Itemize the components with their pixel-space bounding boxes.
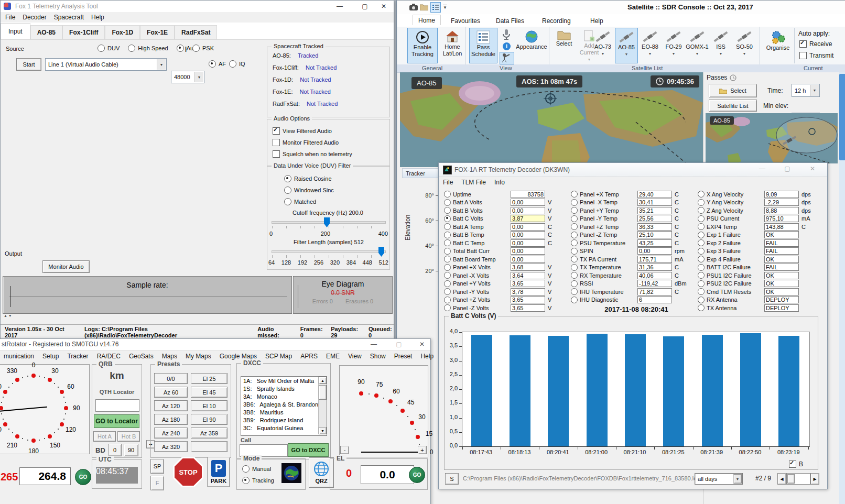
telemetry-radio[interactable] xyxy=(571,239,578,246)
duv-option-row[interactable]: Windowed Sinc xyxy=(284,184,389,196)
observer-icon[interactable] xyxy=(500,52,514,64)
preset-button[interactable]: Az 120 xyxy=(154,400,188,411)
scroll-glyphs[interactable]: ▲ ▼ xyxy=(4,314,12,317)
close-button[interactable]: ✕ xyxy=(804,163,821,174)
menu-item[interactable]: SCP Map xyxy=(261,351,296,361)
telemetry-radio[interactable] xyxy=(444,207,451,214)
menu-item[interactable]: Info xyxy=(492,178,507,187)
stop-button[interactable]: STOP xyxy=(173,457,203,487)
satellite-item[interactable]: EO-88 ▼ xyxy=(638,28,662,63)
satellite-item[interactable]: SO-50 ▼ xyxy=(733,28,756,63)
passes-time-select[interactable]: 12 h▼ xyxy=(792,84,820,97)
maximize-button[interactable]: ▢ xyxy=(356,1,374,12)
telemetry-radio[interactable] xyxy=(571,232,578,238)
el-minus-button[interactable]: - xyxy=(340,446,349,454)
duv-option-row[interactable]: Matched xyxy=(284,196,389,207)
s-button[interactable]: S xyxy=(445,473,459,485)
preset-button[interactable]: El 25 xyxy=(191,373,228,384)
menu-item[interactable]: Preset xyxy=(390,351,417,361)
preset-button[interactable]: Az 320 xyxy=(154,441,188,452)
dxcc-item[interactable]: 3B8: Mauritius xyxy=(243,409,327,417)
satellite-item[interactable]: AO-73 ▼ xyxy=(591,28,614,63)
telemetry-radio[interactable] xyxy=(698,264,705,271)
audio-option-checkbox[interactable] xyxy=(273,139,280,146)
dropdown-icon[interactable]: ▼ xyxy=(625,51,629,58)
telemetry-radio[interactable] xyxy=(444,232,451,238)
telemetry-radio[interactable] xyxy=(571,264,578,271)
sample-rate-select[interactable]: 48000▼ xyxy=(171,71,204,83)
satellite-item[interactable]: GOMX-1 ▼ xyxy=(686,28,709,63)
scrollbar-thumb[interactable] xyxy=(839,74,845,160)
monitor-audio-button[interactable]: Monitor Audio xyxy=(42,260,90,273)
telemetry-radio[interactable] xyxy=(698,272,705,279)
dropdown-icon[interactable]: ▼ xyxy=(672,50,676,57)
fox-tab[interactable]: Fox-1Cliff xyxy=(62,25,105,39)
telemetry-radio[interactable] xyxy=(571,256,578,262)
telemetry-radio[interactable] xyxy=(444,239,451,246)
organise-button[interactable]: Organise xyxy=(764,28,792,63)
minimize-button[interactable]: — xyxy=(365,339,383,349)
maximize-button[interactable]: ▢ xyxy=(778,163,796,174)
fox-tab[interactable]: Fox-1E xyxy=(140,25,175,39)
enable-tracking-button[interactable]: Enable Tracking xyxy=(407,28,438,63)
telemetry-radio[interactable] xyxy=(571,199,578,206)
preset-button[interactable]: El 10 xyxy=(191,400,228,411)
tab-favourites[interactable]: Favourites xyxy=(447,16,484,26)
dropdown-icon[interactable]: ▼ xyxy=(719,50,723,57)
telemetry-radio[interactable] xyxy=(698,191,705,198)
fox-titlebar[interactable]: Fox 1 Telemetry Analysis Tool — ▢ ✕ xyxy=(1,1,394,12)
day-range-select[interactable]: all days▼ xyxy=(695,473,743,485)
az-value-box[interactable]: 264.8 xyxy=(19,467,71,485)
menu-item[interactable]: Help xyxy=(88,12,108,23)
mode-manual-radio[interactable] xyxy=(242,465,250,473)
filter-length-slider[interactable] xyxy=(272,250,386,253)
audio-option-checkbox[interactable] xyxy=(273,150,280,158)
transmit-option[interactable]: Transmit xyxy=(799,52,833,59)
sp-button[interactable]: SP xyxy=(150,459,164,474)
mode-radio[interactable] xyxy=(128,45,135,52)
fox-tab[interactable]: RadFxSat xyxy=(175,25,217,39)
preset-button[interactable] xyxy=(191,441,228,452)
telemetry-radio[interactable] xyxy=(571,223,578,230)
duv-option-row[interactable]: Raised Cosine xyxy=(284,173,389,184)
psk-option[interactable]: PSK xyxy=(192,45,214,52)
tab-home[interactable]: Home xyxy=(413,15,441,25)
minimize-button[interactable]: — xyxy=(753,163,771,174)
telemetry-radio[interactable] xyxy=(698,199,705,206)
telemetry-radio[interactable] xyxy=(444,288,451,295)
park-button[interactable]: P PARK xyxy=(207,457,230,487)
record-scroll-left[interactable]: ◀ xyxy=(777,473,786,485)
menu-item[interactable]: My Maps xyxy=(181,351,215,361)
telemetry-radio[interactable] xyxy=(698,207,705,214)
dropdown-icon[interactable]: ▼ xyxy=(733,474,742,484)
dxcc-item[interactable]: 3C: Equatorial Guinea xyxy=(243,425,327,433)
f-button[interactable]: F xyxy=(150,476,164,490)
telemetry-radio[interactable] xyxy=(698,288,705,295)
chart-b-checkbox[interactable] xyxy=(789,461,796,468)
iq-radio[interactable] xyxy=(229,60,236,68)
go-to-dxcc-button[interactable]: GO to DXCC xyxy=(288,443,329,457)
audio-option-checkbox[interactable] xyxy=(273,127,280,135)
preset-button[interactable]: Az 240 xyxy=(154,428,188,439)
open-folder-icon[interactable] xyxy=(420,4,428,10)
dxcc-item[interactable]: 3B9: Rodriguez Island xyxy=(243,417,327,425)
bd-0-button[interactable]: 0 xyxy=(108,444,122,456)
menu-item[interactable]: Spacecraft xyxy=(50,12,88,23)
telemetry-radio[interactable] xyxy=(698,256,705,262)
tab-data-files[interactable]: Data Files xyxy=(492,16,528,26)
telemetry-radio[interactable] xyxy=(444,297,451,303)
menu-item[interactable]: Help xyxy=(416,351,438,361)
vertical-scrollbar[interactable] xyxy=(839,72,845,504)
dropdown-icon[interactable]: ▼ xyxy=(601,50,605,57)
dxcc-item[interactable]: 1S: Spratly Islands xyxy=(243,386,327,393)
telemetry-radio[interactable] xyxy=(698,232,705,238)
pass-schedule-button[interactable]: Pass Schedule xyxy=(469,28,497,63)
record-scroll-right[interactable]: ▶ xyxy=(810,473,819,485)
telemetry-radio[interactable] xyxy=(698,215,705,222)
transmit-checkbox[interactable] xyxy=(799,52,807,59)
menu-item[interactable]: File xyxy=(441,178,455,187)
satellite-item[interactable]: FO-29 ▼ xyxy=(662,28,685,63)
telemetry-radio[interactable] xyxy=(698,223,705,230)
passes-mini-map[interactable]: AO-85 xyxy=(706,113,838,163)
pass-list-icon[interactable] xyxy=(430,2,441,13)
